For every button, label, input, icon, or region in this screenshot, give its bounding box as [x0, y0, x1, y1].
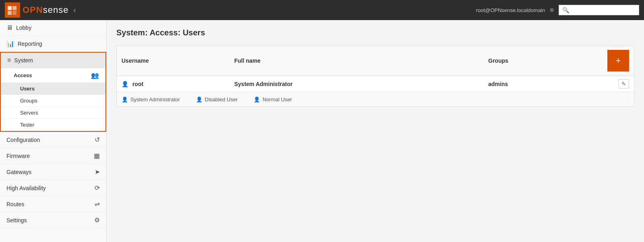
sidebar-label-groups: Groups [20, 98, 37, 104]
lobby-icon: 🖥 [6, 24, 13, 31]
legend-item-admin: 👤 System Administrator [122, 96, 180, 103]
sidebar-label-lobby: Lobby [16, 25, 31, 31]
sidebar-item-system[interactable]: ≡ System [1, 53, 105, 68]
table-header: Username Full name Groups + [117, 46, 634, 76]
svg-rect-1 [12, 6, 17, 10]
legend-disabled-icon: 👤 [196, 96, 202, 103]
sidebar-item-firmware[interactable]: Firmware ▦ [0, 148, 106, 164]
legend-normal-icon: 👤 [254, 96, 260, 103]
sidebar-label-servers: Servers [20, 110, 38, 116]
search-input[interactable] [572, 7, 636, 13]
routes-icon: ⇌ [95, 200, 100, 208]
page-title: System: Access: Users [116, 28, 634, 37]
reporting-icon: 📊 [6, 40, 14, 47]
cell-username: 👤 root [122, 81, 234, 87]
access-users-icon: 👥 [91, 72, 99, 79]
users-table: Username Full name Groups + 👤 root Syste… [116, 45, 634, 107]
sidebar-item-users[interactable]: Users [1, 83, 105, 95]
sidebar: 🖥 Lobby 📊 Reporting ≡ System Access [0, 20, 107, 242]
edit-user-button[interactable]: ✎ [618, 79, 629, 88]
col-groups: Groups [488, 57, 601, 64]
legend-admin-label: System Administrator [130, 96, 180, 103]
search-box: 🔍 [559, 5, 639, 15]
sidebar-item-lobby[interactable]: 🖥 Lobby [0, 20, 106, 36]
logo-icon [7, 4, 18, 16]
gateways-icon: ➤ [95, 168, 100, 176]
col-fullname: Full name [234, 57, 488, 64]
logo-box [5, 2, 20, 18]
navbar-user: root@OPNsense.localdomain [476, 7, 545, 13]
sidebar-label-routes: Routes [6, 201, 24, 207]
main-layout: 🖥 Lobby 📊 Reporting ≡ System Access [0, 20, 644, 242]
sidebar-label-high-availability: High Availability [6, 185, 46, 191]
collapse-button[interactable]: ‹ [73, 6, 76, 14]
search-icon: 🔍 [562, 7, 569, 13]
sidebar-label-access: Access [14, 72, 32, 78]
add-user-button[interactable]: + [610, 52, 627, 69]
username-value: root [132, 81, 143, 87]
content-area: System: Access: Users Username Full name… [107, 20, 644, 242]
sidebar-item-access[interactable]: Access 👥 [1, 68, 105, 83]
legend-row: 👤 System Administrator 👤 Disabled User 👤… [117, 92, 634, 107]
system-group: ≡ System Access 👥 Users Groups Servers [0, 52, 106, 132]
sidebar-item-settings[interactable]: Settings ⚙ [0, 212, 106, 228]
sidebar-item-servers[interactable]: Servers [1, 107, 105, 119]
logo-text: OPNsense [23, 5, 68, 15]
sidebar-label-users: Users [20, 86, 35, 92]
sidebar-label-settings: Settings [6, 217, 27, 224]
sidebar-item-high-availability[interactable]: High Availability ⟳ [0, 180, 106, 196]
logo-opn: OPN [23, 5, 43, 15]
sidebar-item-configuration[interactable]: Configuration ↺ [0, 132, 106, 148]
system-icon: ≡ [7, 57, 11, 64]
sidebar-item-tester[interactable]: Tester [1, 119, 105, 131]
firmware-icon: ▦ [94, 152, 100, 160]
sidebar-label-reporting: Reporting [18, 41, 42, 47]
sidebar-label-gateways: Gateways [6, 169, 31, 175]
legend-item-normal: 👤 Normal User [254, 96, 292, 103]
sidebar-item-routes[interactable]: Routes ⇌ [0, 196, 106, 212]
col-username: Username [122, 57, 234, 64]
cell-fullname: System Administrator [234, 81, 488, 87]
sidebar-item-reporting[interactable]: 📊 Reporting [0, 36, 106, 52]
navbar: OPNsense ‹ root@OPNsense.localdomain 🔍 [0, 0, 644, 20]
status-dot [550, 8, 554, 12]
svg-rect-3 [12, 11, 17, 15]
sidebar-label-system: System [14, 57, 33, 64]
table-row: 👤 root System Administrator admins ✎ [117, 76, 634, 92]
legend-disabled-label: Disabled User [205, 96, 238, 103]
navbar-right: root@OPNsense.localdomain 🔍 [476, 5, 639, 15]
sidebar-label-firmware: Firmware [6, 153, 30, 159]
legend-admin-icon: 👤 [122, 96, 128, 103]
configuration-icon: ↺ [95, 136, 100, 144]
add-button-outer: + [607, 50, 629, 72]
cell-actions: ✎ [601, 79, 629, 88]
svg-rect-0 [8, 6, 12, 10]
legend-item-disabled: 👤 Disabled User [196, 96, 238, 103]
user-red-icon: 👤 [122, 81, 128, 87]
sidebar-label-configuration: Configuration [6, 137, 40, 143]
settings-icon: ⚙ [94, 216, 100, 224]
sidebar-label-tester: Tester [20, 122, 34, 128]
col-actions: + [601, 50, 629, 72]
legend-normal-label: Normal User [262, 96, 292, 103]
high-availability-icon: ⟳ [95, 184, 100, 192]
svg-rect-2 [8, 11, 12, 15]
cell-groups: admins [488, 81, 601, 87]
sidebar-item-groups[interactable]: Groups [1, 95, 105, 107]
logo: OPNsense [5, 2, 68, 18]
sidebar-item-gateways[interactable]: Gateways ➤ [0, 164, 106, 180]
